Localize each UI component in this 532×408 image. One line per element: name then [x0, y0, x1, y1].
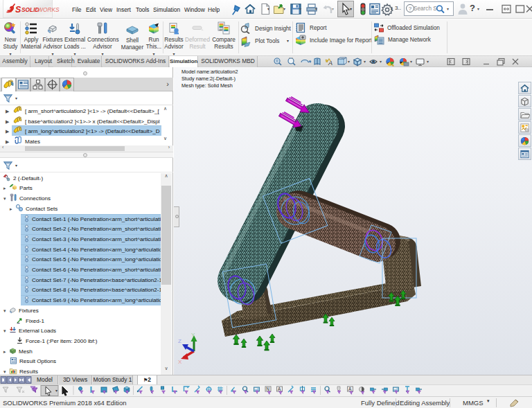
svg-text:Z: Z	[178, 338, 181, 344]
svg-text:Y: Y	[191, 332, 195, 338]
svg-text:Study name:2(-Default-): Study name:2(-Default-)	[181, 76, 236, 82]
svg-text:▾: ▾	[364, 60, 366, 64]
svg-text:A: A	[348, 387, 352, 391]
svg-text:Model name:articulation2: Model name:articulation2	[181, 69, 238, 75]
svg-text:▾: ▾	[380, 60, 382, 64]
svg-text:A: A	[278, 387, 281, 391]
svg-text:A: A	[328, 60, 332, 66]
svg-text:S: S	[15, 5, 21, 15]
svg-text:▾: ▾	[410, 60, 412, 64]
svg-text:Mesh type: Solid Mesh: Mesh type: Solid Mesh	[181, 82, 233, 89]
svg-text:▾: ▾	[55, 389, 57, 393]
svg-text:SOLID: SOLID	[21, 6, 39, 13]
svg-text:▾: ▾	[348, 60, 350, 64]
svg-text:N: N	[266, 387, 269, 391]
svg-text:WORKS: WORKS	[37, 6, 60, 13]
svg-text:▾: ▾	[427, 60, 429, 64]
svg-text:X: X	[178, 359, 182, 365]
